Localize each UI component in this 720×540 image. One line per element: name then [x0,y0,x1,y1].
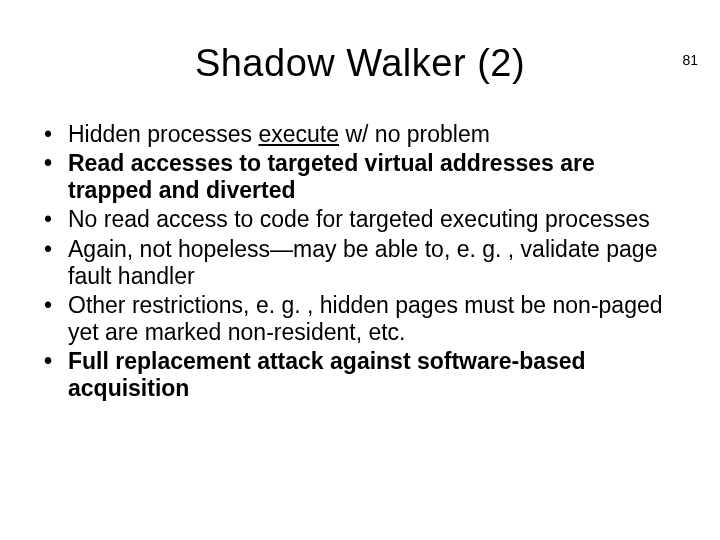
bullet-text-post: w/ no problem [339,121,490,147]
bullet-text-pre: Hidden processes [68,121,259,147]
bullet-text-pre: Other restrictions, e. g. , hidden pages… [68,292,663,345]
list-item: Full replacement attack against software… [38,348,682,402]
slide: 81 Shadow Walker (2) Hidden processes ex… [0,42,720,540]
list-item: Again, not hopeless—may be able to, e. g… [38,236,682,290]
bullet-text-underline: execute [259,121,340,147]
slide-body: Hidden processes execute w/ no problem R… [38,121,682,402]
list-item: Other restrictions, e. g. , hidden pages… [38,292,682,346]
page-number: 81 [682,52,698,68]
bullet-list: Hidden processes execute w/ no problem R… [38,121,682,402]
bullet-text-pre: Read accesses to targeted virtual addres… [68,150,595,203]
bullet-text-pre: Full replacement attack against software… [68,348,586,401]
list-item: Hidden processes execute w/ no problem [38,121,682,148]
list-item: Read accesses to targeted virtual addres… [38,150,682,204]
slide-title: Shadow Walker (2) [0,42,720,85]
bullet-text-pre: Again, not hopeless—may be able to, e. g… [68,236,657,289]
list-item: No read access to code for targeted exec… [38,206,682,233]
bullet-text-pre: No read access to code for targeted exec… [68,206,650,232]
